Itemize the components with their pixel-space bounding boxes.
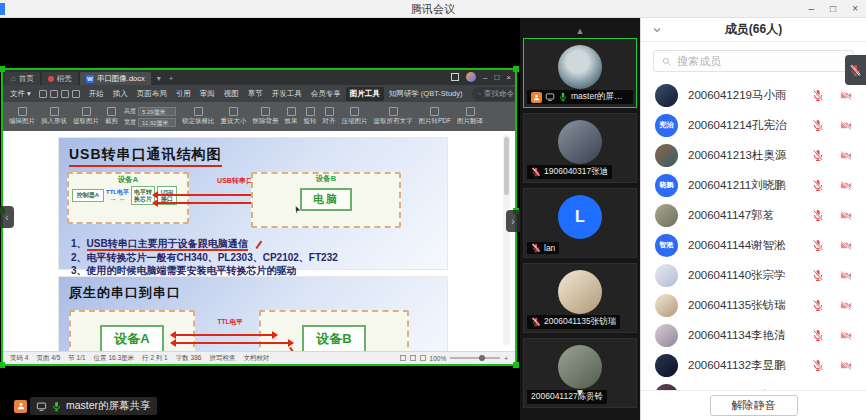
- minimize-button[interactable]: –: [809, 0, 815, 18]
- mic-muted-icon[interactable]: [811, 119, 825, 132]
- redo-icon[interactable]: [72, 90, 80, 98]
- member-row[interactable]: 2006041213杜奥源: [641, 140, 866, 170]
- ribbon-button[interactable]: 重设大小: [221, 107, 247, 126]
- scroll-up-arrow-icon[interactable]: ▲: [520, 18, 640, 38]
- ribbon-tab[interactable]: 视图: [220, 87, 243, 101]
- camera-off-icon[interactable]: [838, 179, 854, 192]
- ribbon-tab[interactable]: 页面布局: [133, 87, 171, 101]
- member-row[interactable]: 2006041147郭茗: [641, 200, 866, 230]
- wps-restore-button[interactable]: □: [494, 73, 499, 82]
- ribbon-tab[interactable]: 知网研学 (QBT-Study): [385, 87, 467, 101]
- view-mode-icon[interactable]: [400, 355, 406, 361]
- member-row[interactable]: 2006041135张钫瑞: [641, 290, 866, 320]
- mic-muted-icon[interactable]: [811, 359, 825, 372]
- previous-page-button[interactable]: ‹: [0, 206, 14, 228]
- scroll-down-arrow-icon[interactable]: ▼: [520, 387, 640, 398]
- member-row[interactable]: 2006041219马小雨: [641, 80, 866, 110]
- camera-off-icon[interactable]: [838, 269, 854, 282]
- height-field[interactable]: 5.29厘米: [138, 107, 176, 116]
- mic-muted-icon[interactable]: [811, 299, 825, 312]
- ribbon-button[interactable]: 效果: [285, 107, 298, 126]
- ribbon-button[interactable]: 图片转PDF: [419, 107, 452, 126]
- file-menu[interactable]: 文件▾: [7, 89, 34, 99]
- ribbon-button[interactable]: 抠除背景: [253, 107, 279, 126]
- camera-off-icon[interactable]: [838, 89, 854, 102]
- ribbon-tab[interactable]: 审阅: [196, 87, 219, 101]
- close-button[interactable]: ×: [852, 0, 858, 18]
- member-row[interactable]: 宪治 2006041214孔宪治: [641, 110, 866, 140]
- wps-minimize-button[interactable]: –: [483, 73, 487, 82]
- camera-off-icon[interactable]: [838, 119, 854, 132]
- video-tile[interactable]: master的屏幕…: [523, 38, 637, 108]
- zoom-slider[interactable]: [450, 357, 500, 359]
- status-item[interactable]: 页码 4: [10, 354, 28, 363]
- ribbon-button[interactable]: 插入形状: [41, 107, 67, 126]
- camera-off-icon[interactable]: [838, 299, 854, 312]
- member-row[interactable]: 2006041134李艳清: [641, 320, 866, 350]
- chevron-down-icon[interactable]: [651, 24, 663, 36]
- ribbon-tab[interactable]: 图片工具: [346, 87, 384, 101]
- ribbon-button[interactable]: 编辑图片: [9, 107, 35, 126]
- ribbon-tab[interactable]: 开始: [85, 87, 108, 101]
- zoom-slider-thumb[interactable]: [479, 355, 485, 361]
- camera-off-icon[interactable]: [838, 149, 854, 162]
- ribbon-button[interactable]: 对齐: [323, 107, 336, 126]
- member-row[interactable]: 晓鹏 2006041211刘晓鹏: [641, 170, 866, 200]
- search-input[interactable]: [677, 55, 846, 67]
- zoom-level[interactable]: 100%: [430, 355, 447, 362]
- member-search-box[interactable]: [653, 50, 854, 72]
- next-page-button[interactable]: ›: [506, 210, 520, 232]
- ribbon-button[interactable]: 图片翻译: [457, 107, 483, 126]
- wps-user-avatar[interactable]: [466, 72, 476, 82]
- ribbon-tab[interactable]: 会员专享: [307, 87, 345, 101]
- mic-muted-icon[interactable]: [811, 89, 825, 102]
- mic-muted-icon[interactable]: [811, 209, 825, 222]
- ribbon-tab[interactable]: 插入: [109, 87, 132, 101]
- mic-muted-icon[interactable]: [811, 329, 825, 342]
- ribbon-tab[interactable]: 引用: [172, 87, 195, 101]
- floating-mute-indicator[interactable]: [845, 55, 866, 85]
- mic-muted-icon[interactable]: [811, 269, 825, 282]
- ribbon-button[interactable]: 压缩图片: [342, 107, 368, 126]
- camera-off-icon[interactable]: [838, 329, 854, 342]
- status-item[interactable]: 拼写检查: [209, 354, 235, 363]
- video-tile[interactable]: 1906040317张迪: [523, 113, 637, 183]
- unmute-button[interactable]: 解除静音: [710, 395, 798, 416]
- tab-list-dropdown-icon[interactable]: ▾: [153, 72, 165, 85]
- status-item[interactable]: 文档校对: [243, 354, 269, 363]
- video-tile[interactable]: L lan: [523, 188, 637, 258]
- ribbon-tab[interactable]: 章节: [244, 87, 267, 101]
- video-tile[interactable]: 2006041135张钫瑞: [523, 263, 637, 333]
- width-field[interactable]: 11.92厘米: [138, 118, 176, 127]
- status-item[interactable]: 页面 4/5: [36, 354, 60, 363]
- status-item[interactable]: 行 2 列 1: [142, 354, 168, 363]
- ribbon-button[interactable]: 提取所有文字: [374, 107, 413, 126]
- ribbon-button[interactable]: 锁定纵横比: [182, 107, 215, 126]
- member-row[interactable]: 2006041132李昱鹏: [641, 350, 866, 380]
- ribbon-button[interactable]: 裁剪: [105, 107, 118, 126]
- zoom-in-button[interactable]: +: [504, 355, 508, 362]
- status-item[interactable]: 字数 386: [176, 354, 202, 363]
- wps-home-tab[interactable]: ⌂ 首页: [5, 72, 40, 85]
- save-icon[interactable]: [39, 90, 47, 98]
- undo-icon[interactable]: [61, 90, 69, 98]
- status-item[interactable]: 位置 16.3厘米: [94, 354, 134, 363]
- document-scrollbar[interactable]: [503, 135, 510, 345]
- camera-off-icon[interactable]: [838, 239, 854, 252]
- member-row[interactable]: 智淞 2006041144谢智淞: [641, 230, 866, 260]
- mic-muted-icon[interactable]: [811, 149, 825, 162]
- new-tab-button[interactable]: +: [165, 72, 178, 85]
- ribbon-tab[interactable]: 开发工具: [268, 87, 306, 101]
- wps-close-button[interactable]: ×: [506, 73, 511, 82]
- maximize-button[interactable]: □: [830, 0, 836, 18]
- view-mode-icon[interactable]: [410, 355, 416, 361]
- wps-docer-tab[interactable]: 稻壳: [42, 72, 78, 85]
- wps-document-tab[interactable]: W 串口图像.docx: [80, 72, 151, 85]
- view-mode-icon[interactable]: [420, 355, 426, 361]
- command-search-box[interactable]: 查找命令、搜索模板: [472, 87, 515, 101]
- mic-muted-icon[interactable]: [811, 179, 825, 192]
- ribbon-button[interactable]: 提取图片: [73, 107, 99, 126]
- camera-off-icon[interactable]: [838, 209, 854, 222]
- member-row[interactable]: 2006041140张宗学: [641, 260, 866, 290]
- scrollbar-thumb[interactable]: [504, 137, 509, 195]
